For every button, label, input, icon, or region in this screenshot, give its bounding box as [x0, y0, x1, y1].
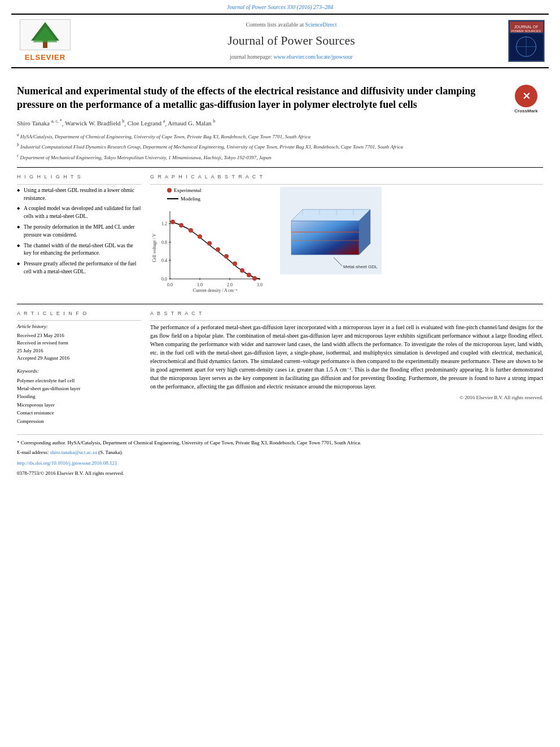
article-title-section: Numerical and experimental study of the …	[17, 84, 543, 112]
svg-text:0.4: 0.4	[161, 258, 167, 263]
abstract-section: A B S T R A C T The performance of a per…	[150, 310, 543, 426]
elsevier-logo-section: ELSEVIER	[11, 19, 79, 63]
affiliation-b: b Industrial Computational Fluid Dynamic…	[17, 142, 543, 151]
svg-text:Metal-sheet GDL: Metal-sheet GDL	[343, 264, 378, 269]
svg-text:0.0: 0.0	[167, 282, 173, 287]
svg-point-38	[240, 268, 244, 273]
author-bradfield: Warwick W. Bradfield b	[65, 120, 124, 126]
highlights-heading: H I G H L I G H T S	[17, 173, 141, 181]
svg-text:3.0: 3.0	[257, 282, 262, 287]
journal-reference: Journal of Power Sources 330 (2016) 273–…	[0, 0, 560, 14]
footnotes: * Corresponding author. HySA/Catalysis, …	[17, 434, 543, 477]
crossmark-icon: ⨯	[515, 85, 537, 107]
legend-modeling: Modeling	[167, 195, 274, 203]
keywords-label: Keywords:	[17, 368, 141, 375]
svg-point-33	[198, 234, 202, 239]
svg-point-37	[233, 261, 237, 266]
highlight-item-2: A coupled model was developed and valida…	[17, 205, 141, 221]
corresponding-author: * Corresponding author. HySA/Catalysis, …	[17, 439, 543, 447]
elsevier-tree-image	[20, 19, 71, 50]
homepage-line: journal homepage: www.elsevier.com/locat…	[85, 53, 498, 61]
article-title-text: Numerical and experimental study of the …	[17, 85, 475, 110]
svg-text:2.0: 2.0	[227, 282, 233, 287]
cover-thumbnail: JOURNAL OF POWER SOURCES	[508, 20, 545, 62]
sciencedirect-line: Contents lists available at ScienceDirec…	[85, 21, 498, 29]
email-suffix: (S. Tanaka).	[98, 449, 123, 455]
svg-point-35	[216, 247, 220, 252]
accepted-date: Accepted 29 August 2016	[17, 355, 141, 362]
received-revised-date: Received in revised form	[17, 339, 141, 347]
author-legrand: Cloe Legrand a	[128, 120, 165, 126]
svg-point-30	[170, 220, 175, 224]
svg-point-34	[207, 241, 212, 246]
article-info-abstract-section: A R T I C L E I N F O Article history: R…	[17, 304, 543, 426]
main-content: Numerical and experimental study of the …	[0, 68, 560, 483]
svg-text:POWER SOURCES: POWER SOURCES	[511, 30, 540, 33]
polarization-chart: 0.0 0.4 0.8 1.2 0.0 1.0 2.0	[150, 206, 269, 293]
highlight-item-4: The channel width of the metal-sheet GDL…	[17, 242, 141, 258]
svg-point-36	[224, 254, 229, 259]
crossmark-badge: ⨯ CrossMark	[509, 84, 543, 115]
gdl-3d-image: Metal-sheet GDL	[280, 187, 382, 274]
svg-text:Cell voltage / V: Cell voltage / V	[152, 234, 157, 263]
sciencedirect-link[interactable]: ScienceDirect	[305, 21, 336, 28]
highlight-item-3: The porosity deformation in the MPL and …	[17, 224, 141, 239]
chart-area: Experimental Modeling 0.0	[150, 187, 274, 296]
svg-marker-44	[291, 209, 370, 221]
keyword-6: Compression	[17, 417, 141, 425]
svg-text:0.0: 0.0	[161, 277, 167, 282]
keyword-2: Metal-sheet gas-diffusion layer	[17, 385, 141, 392]
received-revised-date2: 25 July 2016	[17, 347, 141, 355]
doi-link[interactable]: http://dx.doi.org/10.1016/j.jpowsour.201…	[17, 460, 117, 466]
affiliation-c: c Department of Mechanical Engineering, …	[17, 152, 543, 162]
highlights-graphical-section: H I G H L I G H T S Using a metal-sheet …	[17, 167, 543, 295]
article-info-heading: A R T I C L E I N F O	[17, 310, 141, 317]
author-malan: Arnaud G. Malan b	[168, 120, 215, 126]
keyword-1: Polymer electrolyte fuel cell	[17, 377, 141, 385]
issn-line: 0378-7753/© 2016 Elsevier B.V. All right…	[17, 470, 543, 478]
copyright: © 2016 Elsevier B.V. All rights reserved…	[150, 394, 543, 401]
affiliations: a HySA/Catalysis, Department of Chemical…	[17, 132, 543, 162]
abstract-heading: A B S T R A C T	[150, 310, 543, 317]
svg-text:JOURNAL OF: JOURNAL OF	[514, 25, 538, 29]
journal-header-center: Contents lists available at ScienceDirec…	[79, 21, 504, 61]
svg-point-39	[247, 273, 251, 277]
email-label: E-mail address:	[17, 449, 49, 455]
keywords-list: Polymer electrolyte fuel cell Metal-shee…	[17, 377, 141, 425]
svg-text:1.2: 1.2	[161, 221, 167, 226]
email-link[interactable]: shiro.tanaka@uct.ac.za	[50, 449, 97, 455]
legend-modeling-label: Modeling	[181, 195, 200, 203]
svg-text:0.8: 0.8	[161, 240, 167, 245]
article-info: A R T I C L E I N F O Article history: R…	[17, 310, 141, 426]
svg-point-32	[189, 228, 193, 233]
legend-line-modeling	[167, 198, 178, 199]
received-date: Received 23 May 2016	[17, 332, 141, 339]
legend-experimental-label: Experimental	[174, 187, 201, 194]
journal-cover-image: JOURNAL OF POWER SOURCES	[504, 20, 549, 62]
affiliation-a: a HySA/Catalysis, Department of Chemical…	[17, 132, 543, 141]
graphical-abstract-section: G R A P H I C A L A B S T R A C T Experi…	[150, 173, 543, 295]
legend-dot-experimental	[167, 188, 172, 193]
svg-text:1.0: 1.0	[197, 282, 203, 287]
highlight-item-5: Pressure greatly affected the performanc…	[17, 260, 141, 276]
svg-marker-43	[291, 221, 359, 255]
journal-header: ELSEVIER Contents lists available at Sci…	[11, 14, 549, 68]
legend-experimental: Experimental	[167, 187, 274, 194]
journal-title: Journal of Power Sources	[85, 32, 498, 50]
author-tanaka: Shiro Tanaka a, c, *	[17, 120, 62, 126]
email-line: E-mail address: shiro.tanaka@uct.ac.za (…	[17, 449, 543, 457]
keyword-3: Flooding	[17, 392, 141, 400]
gdl-visualization: Metal-sheet GDL	[280, 187, 543, 277]
authors-line: Shiro Tanaka a, c, *, Warwick W. Bradfie…	[17, 119, 543, 128]
svg-text:Current density / A cm⁻²: Current density / A cm⁻²	[193, 288, 238, 293]
history-label: Article history:	[17, 323, 141, 330]
graphical-abstract-heading: G R A P H I C A L A B S T R A C T	[150, 173, 543, 181]
keyword-5: Contact resistance	[17, 409, 141, 417]
abstract-text: The performance of a perforated metal-sh…	[150, 323, 543, 391]
svg-point-40	[252, 276, 257, 281]
elsevier-label: ELSEVIER	[25, 53, 65, 63]
homepage-url[interactable]: www.elsevier.com/locate/jpowsour	[273, 54, 352, 60]
keywords-section: Keywords: Polymer electrolyte fuel cell …	[17, 368, 141, 425]
highlights-section: H I G H L I G H T S Using a metal-sheet …	[17, 173, 141, 295]
crossmark-label: CrossMark	[514, 108, 537, 115]
